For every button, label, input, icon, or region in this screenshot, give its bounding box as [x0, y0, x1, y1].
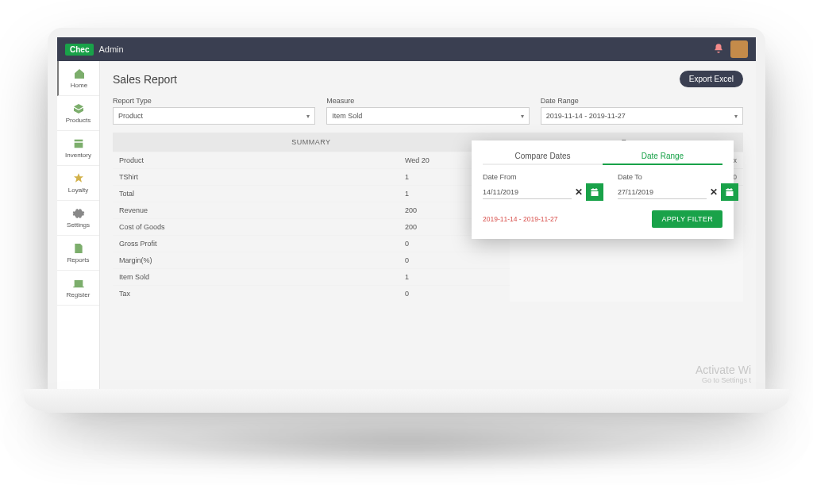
- summary-row-value: 0: [399, 252, 510, 268]
- summary-row-label: Tax: [113, 286, 399, 302]
- summary-row-label: Item Sold: [113, 269, 399, 285]
- sidebar-item-register[interactable]: Register: [57, 271, 99, 306]
- header-page-label: Admin: [98, 44, 123, 54]
- apply-filter-button[interactable]: APPLY FILTER: [652, 210, 722, 228]
- notification-icon[interactable]: [713, 43, 724, 56]
- summary-row-label: Revenue: [113, 202, 399, 218]
- date-range-select[interactable]: 2019-11-14 - 2019-11-27: [541, 107, 743, 125]
- measure-select[interactable]: Item Sold: [326, 107, 529, 125]
- report-type-label: Report Type: [113, 97, 315, 105]
- sidebar-item-label: Settings: [67, 221, 90, 229]
- sidebar-item-label: Register: [67, 291, 91, 298]
- summary-row-label: Gross Profit: [113, 236, 399, 252]
- sidebar-item-settings[interactable]: Settings: [57, 201, 99, 236]
- date-range-label: Date Range: [541, 97, 743, 105]
- sidebar-item-label: Loyalty: [68, 187, 88, 194]
- summary-heading: SUMMARY: [113, 133, 510, 152]
- sidebar-item-products[interactable]: Products: [57, 96, 99, 131]
- summary-row-value: 1: [399, 269, 510, 285]
- app-header: Chec Admin: [57, 37, 756, 61]
- date-from-input[interactable]: [483, 186, 572, 199]
- summary-row-label: Product: [113, 152, 399, 168]
- sidebar-item-loyalty[interactable]: Loyalty: [57, 166, 99, 201]
- date-from-label: Date From: [483, 173, 603, 181]
- summary-row-label: Total: [113, 186, 399, 202]
- clear-date-from-icon[interactable]: ✕: [575, 187, 583, 198]
- sidebar-item-reports[interactable]: Reports: [57, 236, 99, 271]
- sidebar-item-label: Inventory: [65, 152, 91, 159]
- summary-row-label: TShirt: [113, 169, 399, 185]
- date-to-input[interactable]: [618, 186, 707, 199]
- clear-date-to-icon[interactable]: ✕: [710, 187, 718, 198]
- selected-range-text: 2019-11-14 - 2019-11-27: [483, 215, 558, 223]
- activate-windows-watermark: Activate Wi Go to Settings t: [695, 364, 751, 384]
- measure-label: Measure: [326, 97, 529, 105]
- date-range-popover: Compare Dates Date Range Date From ✕: [472, 140, 734, 239]
- summary-row-value: 0: [399, 286, 510, 302]
- date-to-label: Date To: [618, 173, 738, 181]
- sidebar-item-inventory[interactable]: Inventory: [57, 131, 99, 166]
- summary-row-label: Margin(%): [113, 252, 399, 268]
- report-type-select[interactable]: Product: [113, 107, 315, 125]
- calendar-from-icon[interactable]: [586, 183, 603, 201]
- sidebar-item-home[interactable]: Home: [57, 61, 99, 96]
- tab-date-range[interactable]: Date Range: [603, 148, 722, 165]
- page-title: Sales Report: [113, 73, 177, 86]
- brand-logo: Chec: [65, 44, 94, 56]
- tab-compare-dates[interactable]: Compare Dates: [483, 148, 603, 164]
- avatar[interactable]: [730, 40, 748, 58]
- summary-row-label: Cost of Goods: [113, 219, 399, 235]
- export-excel-button[interactable]: Export Excel: [680, 71, 743, 87]
- calendar-to-icon[interactable]: [721, 183, 738, 201]
- sidebar-item-label: Reports: [67, 256, 89, 264]
- sidebar-item-label: Products: [66, 117, 91, 124]
- sidebar: Home Products Inventory Loyalty Settings: [57, 61, 100, 389]
- sidebar-item-label: Home: [71, 82, 87, 89]
